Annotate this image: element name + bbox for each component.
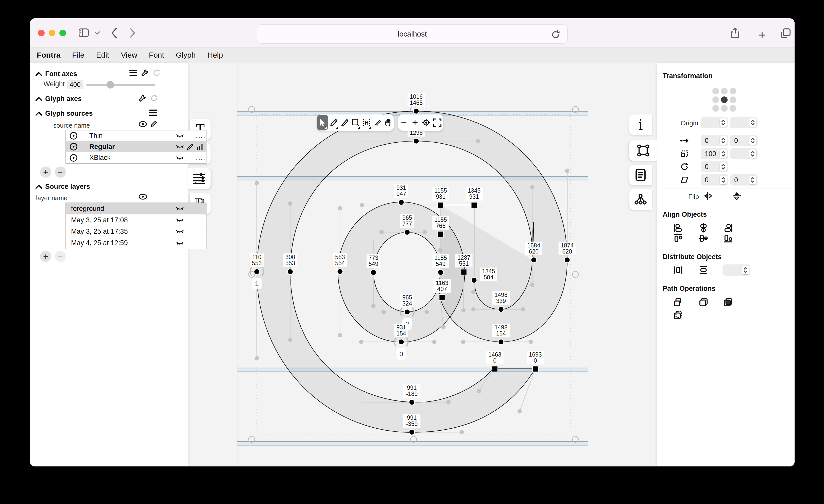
fullscreen-window-button[interactable] [60,30,66,36]
skew-x-field[interactable]: 0 [701,174,728,186]
zoom-fit-button[interactable] [432,114,443,131]
zoom-to-selection-button[interactable] [421,114,432,131]
stepper[interactable] [720,118,727,127]
off-curve-point[interactable] [472,290,476,294]
stepper[interactable] [720,136,727,145]
origin-dot[interactable] [712,105,719,112]
off-curve-point[interactable] [476,139,480,143]
scale-x-field[interactable]: 100 [701,148,728,160]
menu-font[interactable]: Font [149,51,164,60]
eye-closed-icon[interactable] [176,155,184,161]
origin-dot[interactable] [721,105,728,112]
weight-slider-thumb[interactable] [107,81,114,89]
curve-point[interactable] [498,307,504,312]
glyph-axes-wrench-icon[interactable] [138,94,146,102]
off-curve-point[interactable] [530,185,534,190]
eye-closed-icon[interactable] [176,206,184,211]
off-curve-point[interactable] [382,310,386,314]
curve-point[interactable] [564,257,570,263]
off-curve-point[interactable] [446,400,451,405]
glyph-source-row[interactable]: XBlack .... [66,152,206,163]
menu-edit[interactable]: Edit [96,51,109,60]
off-curve-point[interactable] [432,340,437,344]
align-left-button[interactable] [673,222,684,233]
off-curve-point[interactable] [460,430,464,434]
off-curve-point[interactable] [360,203,364,207]
off-curve-point[interactable] [338,333,342,337]
off-curve-point[interactable] [380,230,384,234]
off-curve-point[interactable] [288,201,293,206]
off-curve-point[interactable] [461,308,466,313]
source-state-icon[interactable] [70,142,78,151]
source-state-icon[interactable] [70,132,78,140]
sidebar-toggle-icon[interactable] [79,28,89,37]
stepper[interactable] [749,118,756,127]
off-curve-point[interactable] [255,356,259,361]
curve-point[interactable] [531,257,536,263]
menu-view[interactable]: View [121,51,137,60]
tab-designspace-navigation[interactable] [188,168,211,189]
tab-glyph-notes[interactable] [629,165,652,185]
glyph-sources-menu-icon[interactable] [149,109,157,116]
curve-point[interactable] [399,339,404,344]
curve-point[interactable] [288,269,293,274]
weight-axis-value[interactable]: 400 [67,80,84,89]
off-curve-point[interactable] [529,340,533,344]
off-curve-point[interactable] [477,389,481,393]
curve-point[interactable] [337,269,343,274]
eye-closed-icon[interactable] [176,144,184,149]
source-layer-row[interactable]: May 3, 25 at 17:08 [66,214,206,226]
align-top-button[interactable] [673,233,684,244]
corner-point[interactable] [439,294,445,300]
hand-tool-button[interactable] [383,114,394,131]
menu-file[interactable]: File [72,51,84,60]
distribute-spacing-field[interactable] [723,265,750,276]
move-x-field[interactable]: 0 [701,135,728,146]
layers-visibility-eye-icon[interactable] [138,193,147,200]
glyph-source-row[interactable]: Thin .... [66,130,206,141]
reload-icon[interactable] [551,29,560,39]
stepper[interactable] [749,149,756,158]
curve-point[interactable] [404,229,410,235]
tab-selection-transformation[interactable] [629,140,657,161]
curve-point[interactable] [472,277,477,283]
source-layers-header[interactable]: Source layers [35,183,90,191]
tab-glyph-info[interactable]: i [629,114,652,135]
corner-point[interactable] [492,366,498,372]
flip-horizontal-button[interactable] [702,190,713,201]
share-icon[interactable] [730,27,740,38]
eye-closed-icon[interactable] [176,240,184,246]
stepper[interactable] [720,176,727,184]
stepper[interactable] [742,266,749,274]
origin-dot[interactable] [712,88,719,94]
sources-visibility-eye-icon[interactable] [138,121,147,127]
align-middle-vertical-button[interactable] [698,233,709,244]
minimize-window-button[interactable] [49,30,55,36]
origin-y-field[interactable] [730,117,757,128]
power-ruler-tool-button[interactable]: H [361,114,372,131]
url-bar[interactable]: localhost [257,24,568,44]
curve-point[interactable] [409,429,415,435]
origin-x-field[interactable] [701,117,728,128]
source-layer-row[interactable]: May 4, 25 at 12:59 [66,237,206,249]
corner-point[interactable] [461,269,467,275]
menu-help[interactable]: Help [207,51,223,60]
shape-tool-button[interactable] [350,114,361,131]
align-bottom-button[interactable] [723,233,734,244]
tab-overview-icon[interactable] [781,28,791,38]
distribute-vertical-button[interactable] [698,265,709,276]
curve-point[interactable] [404,309,410,315]
glyph-axes-header[interactable]: Glyph axes [35,95,82,103]
curve-point[interactable] [414,138,419,144]
back-button[interactable] [111,28,117,38]
menu-fontra[interactable]: Fontra [37,51,61,60]
stepper[interactable] [720,163,727,171]
corner-point[interactable] [438,231,443,237]
corner-point[interactable] [471,202,477,208]
new-tab-icon[interactable]: + [758,28,766,42]
off-curve-point[interactable] [441,325,446,329]
corner-point[interactable] [532,366,538,372]
curve-point[interactable] [254,269,260,274]
align-center-horizontal-button[interactable] [698,222,709,233]
off-curve-point[interactable] [425,310,429,314]
